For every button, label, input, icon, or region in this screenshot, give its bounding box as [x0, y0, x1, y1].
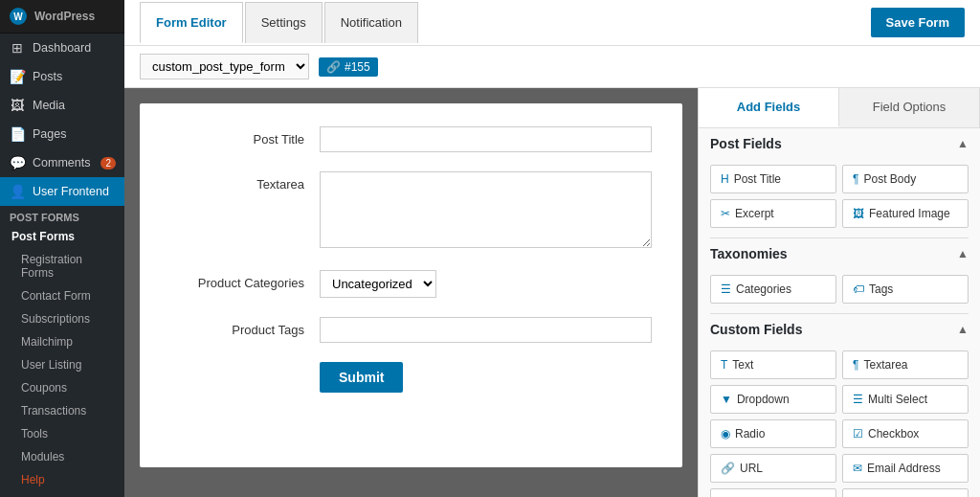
- post-fields-grid: H Post Title ¶ Post Body ✂ Excerpt 🖼 Fea…: [699, 159, 980, 237]
- product-categories-select[interactable]: Uncategorized: [320, 270, 436, 298]
- post-title-chip-label: Post Title: [734, 172, 781, 186]
- hidden-field-chip[interactable]: 👁 Hidden Field: [710, 488, 836, 497]
- sidebar-subitem-tools[interactable]: Tools: [0, 422, 124, 445]
- sidebar-subitem-user-listing[interactable]: User Listing: [0, 353, 124, 376]
- subtopbar: custom_post_type_form 🔗 #155: [124, 46, 980, 88]
- tab-notification[interactable]: Notification: [324, 2, 418, 43]
- post-title-input[interactable]: [320, 126, 652, 152]
- sidebar-subitem-modules[interactable]: Modules: [0, 445, 124, 468]
- sidebar-item-label: Posts: [33, 70, 62, 83]
- save-button[interactable]: Save Form: [871, 8, 965, 37]
- textarea-chip-label: Textarea: [863, 358, 907, 372]
- categories-chip-label: Categories: [736, 282, 791, 296]
- tab-settings[interactable]: Settings: [245, 2, 323, 43]
- panel-tab-field-options[interactable]: Field Options: [839, 88, 980, 127]
- taxonomies-grid: ☰ Categories 🏷 Tags: [699, 269, 980, 313]
- editor-tabs: Form Editor Settings Notification: [140, 2, 420, 43]
- post-forms-section-header: Post Forms: [0, 206, 124, 225]
- form-id-text: #155: [345, 60, 370, 74]
- url-chip[interactable]: 🔗 URL: [710, 454, 836, 483]
- field-row-product-categories: Product Categories Uncategorized: [170, 270, 652, 298]
- dropdown-chip-icon: ▼: [721, 393, 732, 406]
- checkbox-chip[interactable]: ☑ Checkbox: [842, 419, 969, 448]
- form-name-dropdown[interactable]: custom_post_type_form: [140, 54, 309, 79]
- dropdown-chip-label: Dropdown: [737, 393, 790, 406]
- post-body-chip[interactable]: ¶ Post Body: [842, 165, 969, 193]
- content-area: Post Title Textarea Product Categories: [124, 88, 980, 497]
- custom-fields-toggle-icon: ▲: [957, 323, 969, 336]
- excerpt-chip[interactable]: ✂ Excerpt: [710, 199, 836, 228]
- tab-form-editor[interactable]: Form Editor: [140, 2, 243, 43]
- multi-select-chip-icon: ☰: [853, 393, 863, 406]
- textarea-input[interactable]: [320, 171, 652, 248]
- radio-chip-icon: ◉: [721, 427, 730, 441]
- multi-select-chip[interactable]: ☰ Multi Select: [842, 385, 969, 414]
- submit-row: Submit: [320, 362, 652, 393]
- custom-fields-title: Custom Fields: [710, 322, 802, 337]
- email-chip-icon: ✉: [853, 462, 862, 475]
- sidebar-item-comments[interactable]: 💬 Comments 2: [0, 148, 124, 177]
- sidebar-item-posts[interactable]: 📝 Posts: [0, 62, 124, 91]
- sidebar-subitem-mailchimp[interactable]: Mailchimp: [0, 330, 124, 353]
- field-label-post-title: Post Title: [170, 126, 304, 147]
- posts-icon: 📝: [10, 69, 25, 84]
- sidebar-item-label: User Frontend: [33, 185, 109, 198]
- radio-chip[interactable]: ◉ Radio: [710, 419, 836, 448]
- categories-chip[interactable]: ☰ Categories: [710, 275, 836, 304]
- sidebar-subitem-transactions[interactable]: Transactions: [0, 399, 124, 422]
- sidebar-subitem-registration-forms[interactable]: Registration Forms: [0, 248, 124, 284]
- field-input-product-tags: [320, 317, 652, 343]
- sidebar-subitem-settings[interactable]: Settings: [0, 491, 124, 497]
- sidebar-item-media[interactable]: 🖼 Media: [0, 91, 124, 120]
- sidebar-subitem-contact-form[interactable]: Contact Form: [0, 284, 124, 307]
- post-title-chip-icon: H: [721, 172, 729, 186]
- post-body-chip-label: Post Body: [863, 172, 916, 186]
- sidebar-item-pages[interactable]: 📄 Pages: [0, 120, 124, 148]
- text-chip[interactable]: T Text: [710, 350, 836, 379]
- radio-chip-label: Radio: [735, 427, 765, 441]
- textarea-chip[interactable]: ¶ Textarea: [842, 350, 969, 379]
- post-fields-header[interactable]: Post Fields ▲: [699, 128, 980, 159]
- sidebar: W WordPress ⊞ Dashboard 📝 Posts 🖼 Media …: [0, 0, 124, 497]
- sidebar-subitem-coupons[interactable]: Coupons: [0, 376, 124, 399]
- dashboard-icon: ⊞: [10, 40, 25, 56]
- field-row-product-tags: Product Tags: [170, 317, 652, 343]
- checkbox-chip-label: Checkbox: [868, 427, 919, 441]
- categories-chip-icon: ☰: [721, 282, 731, 296]
- post-body-chip-icon: ¶: [853, 172, 858, 186]
- post-title-chip[interactable]: H Post Title: [710, 165, 836, 193]
- sidebar-subitem-post-forms[interactable]: Post Forms: [0, 225, 124, 248]
- submit-button[interactable]: Submit: [320, 362, 403, 393]
- field-row-textarea: Textarea: [170, 171, 652, 251]
- sidebar-item-dashboard[interactable]: ⊞ Dashboard: [0, 34, 124, 62]
- featured-image-chip[interactable]: 🖼 Featured Image: [842, 199, 969, 228]
- post-fields-title: Post Fields: [710, 136, 782, 151]
- image-upload-chip[interactable]: 🖼 Image Upload: [842, 488, 969, 497]
- custom-fields-header[interactable]: Custom Fields ▲: [699, 314, 980, 345]
- dropdown-chip[interactable]: ▼ Dropdown: [710, 385, 836, 414]
- sidebar-item-user-frontend[interactable]: 👤 User Frontend: [0, 177, 124, 206]
- form-id-badge: 🔗 #155: [319, 57, 378, 77]
- product-tags-input[interactable]: [320, 317, 652, 343]
- sidebar-subitem-subscriptions[interactable]: Subscriptions: [0, 307, 124, 330]
- featured-image-chip-icon: 🖼: [853, 207, 864, 220]
- excerpt-chip-icon: ✂: [721, 207, 730, 220]
- field-input-post-title: [320, 126, 652, 152]
- tags-chip[interactable]: 🏷 Tags: [842, 275, 969, 304]
- panel-tab-add-fields[interactable]: Add Fields: [699, 88, 839, 127]
- email-chip[interactable]: ✉ Email Address: [842, 454, 969, 483]
- tags-chip-icon: 🏷: [853, 282, 864, 296]
- wp-logo: W: [10, 8, 27, 25]
- taxonomies-title: Taxonomies: [710, 246, 788, 261]
- field-row-post-title: Post Title: [170, 126, 652, 152]
- text-chip-icon: T: [721, 358, 727, 372]
- form-id-icon: 🔗: [326, 60, 341, 74]
- comments-icon: 💬: [10, 155, 25, 170]
- field-label-textarea: Textarea: [170, 171, 304, 192]
- sidebar-item-label: Pages: [33, 127, 66, 141]
- field-input-textarea: [320, 171, 652, 251]
- sidebar-brand: WordPress: [34, 10, 95, 23]
- tags-chip-label: Tags: [869, 282, 893, 296]
- taxonomies-header[interactable]: Taxonomies ▲: [699, 238, 980, 269]
- sidebar-subitem-help[interactable]: Help: [0, 468, 124, 491]
